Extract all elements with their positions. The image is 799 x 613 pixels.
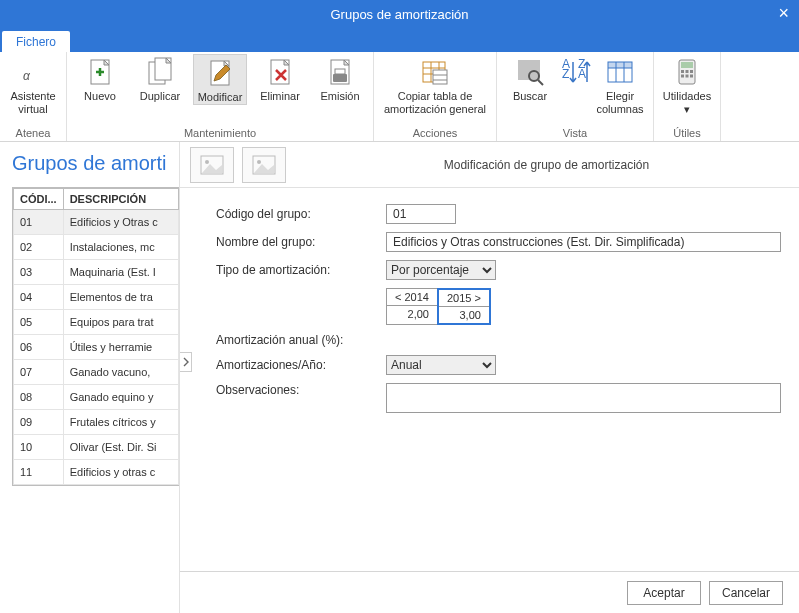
panel-header: Modificación de grupo de amortización [180,142,799,188]
buscar-button[interactable]: Buscar [503,54,557,115]
cell-desc: Instalaciones, mc [63,235,178,260]
copiar-tabla-de-button[interactable]: Copiar tabla de amortización general [380,54,490,115]
table-row[interactable]: 05Equipos para trat [14,310,179,335]
table-row[interactable]: 01Edificios y Otras c [14,210,179,235]
cell-code: 03 [14,260,64,285]
asistente-button[interactable]: αAsistente virtual [6,54,60,115]
table-row[interactable]: 04Elementos de tra [14,285,179,310]
column-header[interactable]: CÓDI... [14,189,64,210]
svg-text:Z: Z [562,67,569,81]
accept-button[interactable]: Aceptar [627,581,701,605]
year-value[interactable]: 3,00 [439,307,489,323]
label-tipo: Tipo de amortización: [216,263,386,277]
year-column: 2015 >3,00 [437,288,491,325]
cell-code: 11 [14,460,64,485]
cell-code: 02 [14,235,64,260]
cell-desc: Útiles y herramie [63,335,178,360]
svg-rect-25 [686,75,689,78]
elegir-button[interactable]: Elegir columnas [593,54,647,115]
image-placeholder-1[interactable] [190,147,234,183]
svg-rect-20 [681,62,693,68]
cell-desc: Frutales cítricos y [63,410,178,435]
table-copy-icon [419,56,451,88]
file-copy-icon [144,56,176,88]
columns-icon [604,56,636,88]
svg-text:A: A [578,67,586,81]
cell-code: 10 [14,435,64,460]
utilidades-button[interactable]: Utilidades ▾ [660,54,714,115]
cell-desc: Edificios y otras c [63,460,178,485]
button-label: Utilidades ▾ [660,90,714,115]
year-header[interactable]: 2015 > [439,290,489,307]
splitter-handle[interactable] [180,352,192,372]
button-label: Emisión [320,90,359,103]
titlebar: Grupos de amortización × [0,0,799,28]
table-row[interactable]: 07Ganado vacuno, [14,360,179,385]
edit-form: Código del grupo: Nombre del grupo: Tipo… [180,188,799,424]
modificar-button[interactable]: Modificar [193,54,247,105]
table-row[interactable]: 09Frutales cítricos y [14,410,179,435]
select-amort-ano[interactable]: Anual [386,355,496,375]
file-delete-icon [264,56,296,88]
cell-code: 05 [14,310,64,335]
table-row[interactable]: 03Maquinaria (Est. I [14,260,179,285]
cell-desc: Equipos para trat [63,310,178,335]
image-placeholder-2[interactable] [242,147,286,183]
select-tipo[interactable]: Por porcentaje [386,260,496,280]
table-row[interactable]: 10Olivar (Est. Dir. Si [14,435,179,460]
column-header[interactable]: DESCRIPCIÓN [63,189,178,210]
svg-rect-10 [433,70,447,84]
year-value[interactable]: 2,00 [387,306,437,322]
textarea-obs[interactable] [386,383,781,413]
cell-desc: Maquinaria (Est. I [63,260,178,285]
cell-desc: Ganado vacuno, [63,360,178,385]
cancel-button[interactable]: Cancelar [709,581,783,605]
cell-code: 06 [14,335,64,360]
input-codigo[interactable] [386,204,456,224]
svg-rect-8 [335,69,345,74]
button-label: Duplicar [140,90,180,103]
calc-icon [671,56,703,88]
button-label: Eliminar [260,90,300,103]
tabstrip: Fichero [0,28,799,52]
nuevo-button[interactable]: Nuevo [73,54,127,105]
alpha-icon: α [17,56,49,88]
data-grid[interactable]: CÓDI...DESCRIPCIÓN01Edificios y Otras c0… [12,187,179,486]
button-label: Copiar tabla de amortización general [380,90,490,115]
group-caption: Atenea [16,125,51,141]
year-header[interactable]: < 2014 [387,289,437,306]
cell-code: 07 [14,360,64,385]
label-anual: Amortización anual (%): [216,333,386,347]
input-nombre[interactable] [386,232,781,252]
sort-button[interactable]: AZZA [563,54,587,115]
emisi-n-button[interactable]: Emisión [313,54,367,105]
cell-code: 08 [14,385,64,410]
cell-code: 01 [14,210,64,235]
year-column: < 20142,00 [386,288,438,325]
duplicar-button[interactable]: Duplicar [133,54,187,105]
svg-point-28 [205,160,209,164]
group-caption: Mantenimiento [184,125,256,141]
year-tabs: < 20142,002015 >3,00 [386,288,781,325]
label-obs: Observaciones: [216,383,386,397]
label-amort-ano: Amortizaciones/Año: [216,358,386,372]
ribbon: αAsistente virtualAteneaNuevoDuplicarMod… [0,52,799,142]
svg-rect-18 [608,62,632,68]
table-row[interactable]: 02Instalaciones, mc [14,235,179,260]
dialog-footer: Aceptar Cancelar [180,571,799,613]
tab-fichero[interactable]: Fichero [2,31,70,52]
file-print-icon [324,56,356,88]
eliminar-button[interactable]: Eliminar [253,54,307,105]
table-row[interactable]: 08Ganado equino y [14,385,179,410]
panel-title: Modificación de grupo de amortización [294,158,799,172]
svg-rect-23 [690,70,693,73]
svg-rect-26 [690,75,693,78]
table-row[interactable]: 11Edificios y otras c [14,460,179,485]
cell-desc: Olivar (Est. Dir. Si [63,435,178,460]
cell-desc: Edificios y Otras c [63,210,178,235]
close-icon[interactable]: × [778,4,789,22]
page-title: Grupos de amorti [12,152,179,175]
file-plus-icon [84,56,116,88]
file-edit-icon [204,57,236,89]
table-row[interactable]: 06Útiles y herramie [14,335,179,360]
